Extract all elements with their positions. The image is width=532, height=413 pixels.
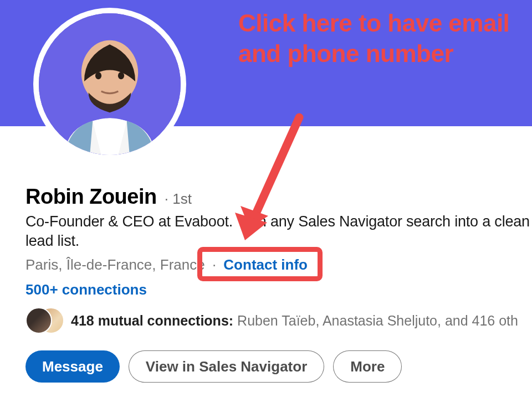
- profile-name: Robin Zouein: [25, 185, 157, 209]
- svg-point-2: [95, 72, 101, 79]
- mutual-avatar-1: [25, 307, 52, 334]
- contact-info-link[interactable]: Contact info: [223, 256, 308, 273]
- mutual-text: 418 mutual connections: Ruben Taïeb, Ana…: [71, 313, 518, 329]
- connections-count[interactable]: 500+ connections: [25, 281, 532, 298]
- connection-degree: · 1st: [165, 190, 192, 208]
- mutual-avatars: [25, 307, 61, 334]
- profile-headline: Co-Founder & CEO at Evaboot. Turn any Sa…: [25, 212, 532, 251]
- separator-dot: ·: [208, 256, 221, 273]
- view-sales-navigator-button[interactable]: View in Sales Navigator: [129, 350, 324, 383]
- message-button[interactable]: Message: [25, 350, 120, 383]
- mutual-connections[interactable]: 418 mutual connections: Ruben Taïeb, Ana…: [25, 307, 532, 334]
- profile-photo[interactable]: [33, 8, 186, 161]
- svg-point-3: [118, 72, 124, 79]
- annotation-text: Click here to have email and phone numbe…: [238, 8, 532, 69]
- mutual-names: Ruben Taïeb, Anastasia Sheljuto, and 416…: [237, 313, 518, 328]
- avatar-image: [39, 13, 181, 155]
- more-button[interactable]: More: [333, 350, 402, 383]
- mutual-count: 418 mutual connections:: [71, 313, 233, 328]
- profile-location: Paris, Île-de-France, France: [25, 256, 205, 273]
